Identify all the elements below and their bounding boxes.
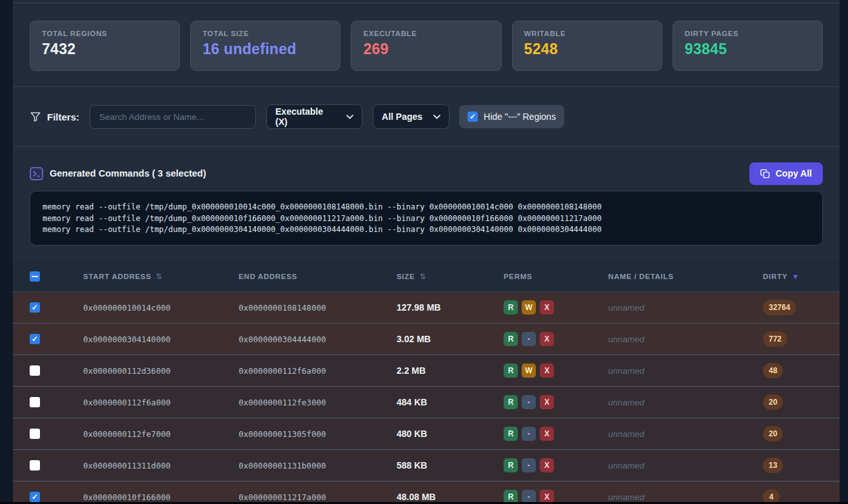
row-checkbox[interactable] [30, 302, 40, 313]
stat-value: 269 [363, 41, 489, 58]
perms-cell: R-X [504, 458, 608, 472]
name-cell: unnamed [608, 334, 763, 344]
perm-badge-x: X [540, 427, 554, 441]
permission-filter-select[interactable]: Executable (X) [266, 104, 362, 129]
main-panel: TOTAL REGIONS 7432 TOTAL SIZE 16 undefin… [13, 0, 840, 504]
column-label: SIZE [397, 273, 415, 280]
start-address-cell: 0x000000010f166000 [83, 492, 239, 502]
name-cell: unnamed [608, 492, 763, 502]
end-address-cell: 0x00000001131b0000 [239, 461, 397, 470]
perms-cell: RWX [504, 300, 608, 315]
table-row[interactable]: 0x0000000112fe7000 0x000000011305f000 48… [13, 418, 840, 450]
row-checkbox[interactable] [30, 397, 40, 407]
filters-bar: Filters: Executable (X) All Pages Hide "… [13, 87, 840, 147]
copy-all-button[interactable]: Copy All [749, 162, 823, 185]
name-cell: unnamed [608, 429, 763, 439]
stat-value: 7432 [42, 41, 168, 58]
chevron-down-icon [433, 115, 440, 119]
perm-badge-r: R [504, 458, 518, 472]
start-address-cell: 0x0000000112d36000 [83, 366, 239, 376]
column-header-name-details[interactable]: NAME / DETAILS [608, 273, 763, 280]
perm-badge-x: X [540, 363, 554, 378]
dirty-count-badge: 13 [763, 458, 783, 473]
perms-cell: R-X [504, 395, 608, 409]
perms-cell: RWX [504, 363, 608, 378]
column-label: NAME / DETAILS [608, 273, 674, 280]
stat-value: 5248 [524, 41, 650, 58]
select-all-checkbox[interactable] [30, 271, 40, 282]
row-checkbox[interactable] [30, 460, 40, 470]
name-cell: unnamed [608, 461, 763, 470]
search-input[interactable] [90, 105, 256, 129]
end-address-cell: 0x000000011217a000 [239, 492, 397, 502]
stats-row: TOTAL REGIONS 7432 TOTAL SIZE 16 undefin… [13, 0, 840, 87]
dirty-count-badge: 48 [763, 363, 783, 378]
perm-badge-x: X [540, 458, 554, 472]
table-row[interactable]: 0x0000000304140000 0x0000000304444000 3.… [13, 324, 840, 355]
command-line: memory read --outfile /tmp/dump_0x000000… [43, 202, 810, 213]
perms-cell: R-X [504, 427, 608, 441]
generated-commands-section: Generated Commands ( 3 selected) Copy Al… [13, 147, 840, 261]
dirty-count-badge: 20 [763, 426, 783, 441]
stat-label: TOTAL REGIONS [42, 30, 168, 37]
stat-card-total-regions: TOTAL REGIONS 7432 [30, 21, 180, 71]
sort-descending-icon: ▼ [792, 273, 800, 280]
stat-card-executable: EXECUTABLE 269 [351, 21, 501, 71]
stat-value: 16 undefined [202, 41, 328, 58]
perm-badge-none: - [522, 332, 536, 346]
column-header-perms[interactable]: PERMS [504, 273, 608, 280]
column-label: END ADDRESS [239, 273, 297, 280]
table-row[interactable]: 0x000000010014c000 0x0000000108148000 12… [13, 292, 840, 324]
end-address-cell: 0x0000000112fe3000 [239, 398, 397, 407]
row-checkbox[interactable] [30, 429, 40, 439]
size-cell: 3.02 MB [397, 334, 504, 344]
table-row[interactable]: 0x0000000112d36000 0x0000000112f6a000 2.… [13, 355, 840, 387]
sort-icon: ⇅ [419, 272, 426, 281]
hide-regions-label: Hide "---" Regions [484, 111, 556, 122]
column-header-dirty[interactable]: DIRTY ▼ [763, 273, 840, 280]
chevron-down-icon [346, 115, 353, 119]
command-line: memory read --outfile /tmp/dump_0x000000… [43, 224, 810, 236]
hide-regions-toggle[interactable]: Hide "---" Regions [459, 105, 564, 128]
dirty-count-badge: 32764 [763, 300, 796, 315]
perm-badge-x: X [540, 300, 554, 315]
row-checkbox[interactable] [30, 334, 40, 344]
perm-badge-none: - [522, 458, 536, 472]
table-row[interactable]: 0x000000010f166000 0x000000011217a000 48… [13, 481, 840, 504]
name-cell: unnamed [608, 366, 763, 376]
column-header-size[interactable]: SIZE ⇅ [397, 272, 504, 281]
stat-label: EXECUTABLE [363, 30, 489, 37]
size-cell: 588 KB [397, 460, 504, 470]
column-header-end-address[interactable]: END ADDRESS [239, 273, 397, 280]
filters-label: Filters: [47, 111, 79, 122]
row-checkbox[interactable] [30, 492, 40, 502]
perm-badge-x: X [540, 395, 554, 409]
command-line: memory read --outfile /tmp/dump_0x000000… [43, 213, 810, 225]
dirty-count-badge: 772 [763, 331, 787, 347]
column-label: START ADDRESS [83, 273, 152, 280]
hide-regions-checkbox[interactable] [468, 111, 478, 122]
perm-badge-none: - [522, 427, 536, 441]
table-row[interactable]: 0x000000011311d000 0x00000001131b0000 58… [13, 450, 840, 481]
perms-cell: R-X [504, 332, 608, 346]
perm-badge-r: R [504, 427, 518, 441]
perm-badge-r: R [504, 395, 518, 409]
table-row[interactable]: 0x0000000112f6a000 0x0000000112fe3000 48… [13, 387, 840, 418]
copy-icon [760, 169, 770, 179]
row-checkbox[interactable] [30, 365, 40, 376]
stat-label: WRITABLE [524, 30, 650, 37]
start-address-cell: 0x0000000112fe7000 [83, 429, 239, 439]
stat-card-dirty-pages: DIRTY PAGES 93845 [673, 21, 823, 71]
column-label: PERMS [504, 273, 532, 280]
table-header: START ADDRESS ⇅ END ADDRESS SIZE ⇅ PERMS… [13, 261, 840, 292]
column-header-start-address[interactable]: START ADDRESS ⇅ [83, 272, 239, 281]
top-divider [13, 3, 840, 3]
stat-card-writable: WRITABLE 5248 [512, 21, 662, 71]
start-address-cell: 0x0000000304140000 [83, 334, 239, 344]
perm-badge-w: W [522, 300, 536, 315]
perm-badge-x: X [540, 332, 554, 346]
sort-icon: ⇅ [156, 272, 163, 281]
end-address-cell: 0x0000000112f6a000 [239, 366, 397, 376]
pages-filter-value: All Pages [382, 111, 422, 122]
pages-filter-select[interactable]: All Pages [373, 104, 449, 129]
